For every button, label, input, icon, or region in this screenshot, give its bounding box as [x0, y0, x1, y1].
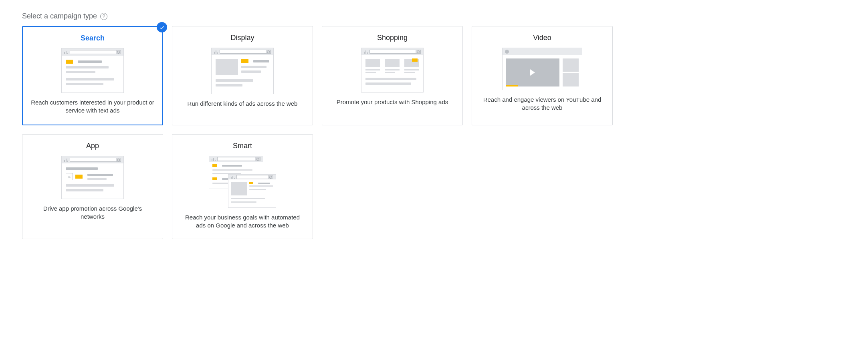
section-heading: Select a campaign type ? [22, 12, 846, 20]
selected-check-icon [157, 22, 167, 32]
heading-text: Select a campaign type [22, 12, 97, 20]
card-description: Drive app promotion across Google's netw… [30, 205, 155, 221]
campaign-type-grid: Search Reach customers interested in you… [22, 26, 846, 239]
display-thumbnail-icon [211, 48, 274, 94]
video-thumbnail-icon [502, 48, 582, 90]
card-description: Reach customers interested in your produ… [31, 99, 154, 115]
campaign-card-video[interactable]: Video Reach and engage viewers on YouTub… [472, 26, 613, 125]
card-title: App [86, 142, 99, 150]
card-title: Smart [233, 142, 252, 150]
card-title: Display [230, 34, 254, 42]
smart-thumbnail-icon [209, 156, 276, 208]
card-description: Promote your products with Shopping ads [337, 98, 448, 106]
campaign-card-smart[interactable]: Smart [172, 134, 313, 239]
app-thumbnail-icon [61, 156, 124, 199]
card-description: Reach and engage viewers on YouTube and … [480, 96, 604, 112]
card-title: Search [81, 34, 105, 42]
campaign-card-search[interactable]: Search Reach customers interested in you… [22, 26, 163, 125]
search-thumbnail-icon [61, 48, 124, 93]
card-title: Video [533, 34, 551, 42]
campaign-card-app[interactable]: App Drive app promotion across Google's … [22, 134, 163, 239]
campaign-card-shopping[interactable]: Shopping Promote your products with Shop… [322, 26, 463, 125]
card-description: Run different kinds of ads across the we… [188, 100, 298, 108]
shopping-thumbnail-icon [361, 48, 424, 93]
help-icon[interactable]: ? [100, 13, 107, 20]
card-title: Shopping [377, 34, 408, 42]
campaign-card-display[interactable]: Display Run different kinds of ads acros… [172, 26, 313, 125]
card-description: Reach your business goals with automated… [180, 213, 305, 230]
